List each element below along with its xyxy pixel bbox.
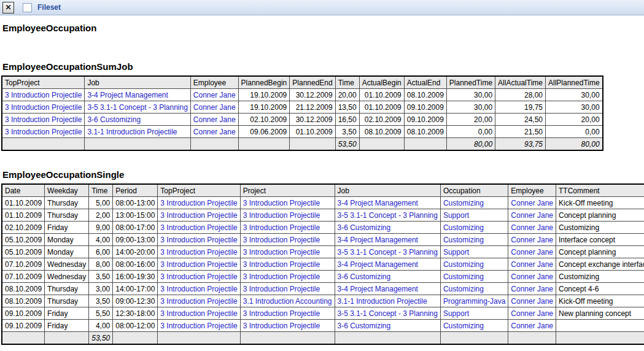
- close-button[interactable]: ✕: [2, 2, 14, 14]
- cell-topproject[interactable]: 3 Introduction Projectile: [158, 234, 240, 246]
- cell-job[interactable]: 3-6 Customizing: [335, 320, 440, 332]
- job-link[interactable]: 3-4 Project Management: [338, 285, 418, 293]
- topproject-link[interactable]: 3 Introduction Projectile: [5, 128, 82, 136]
- topproject-link[interactable]: 3 Introduction Projectile: [160, 199, 237, 207]
- project-link[interactable]: 3 Introduction Projectile: [243, 309, 320, 318]
- topproject-link[interactable]: 3 Introduction Projectile: [160, 211, 237, 220]
- topproject-link[interactable]: 3 Introduction Projectile: [160, 322, 237, 330]
- project-link[interactable]: 3 Introduction Projectile: [243, 322, 320, 330]
- cell-topproject[interactable]: 3 Introduction Projectile: [158, 307, 240, 320]
- job-link[interactable]: 3-5 3.1-1 Concept - 3 Planning: [87, 103, 187, 112]
- cell-occupation[interactable]: Customizing: [440, 283, 508, 295]
- job-link[interactable]: 3-6 Customizing: [338, 322, 391, 330]
- employee-link[interactable]: Conner Jane: [193, 103, 236, 112]
- occupation-link[interactable]: Customizing: [443, 236, 484, 244]
- employee-link[interactable]: Conner Jane: [511, 236, 553, 244]
- cell-employee[interactable]: Conner Jane: [508, 234, 556, 246]
- cell-job[interactable]: 3-5 3.1-1 Concept - 3 Planning: [335, 246, 440, 258]
- project-link[interactable]: 3 Introduction Projectile: [243, 223, 320, 232]
- project-link[interactable]: 3 Introduction Projectile: [243, 272, 320, 281]
- employee-link[interactable]: Conner Jane: [511, 322, 553, 330]
- topproject-link[interactable]: 3 Introduction Projectile: [5, 91, 82, 99]
- cell-employee[interactable]: Conner Jane: [508, 295, 556, 307]
- cell-occupation[interactable]: Support: [440, 307, 508, 320]
- cell-employee[interactable]: Conner Jane: [508, 209, 556, 222]
- employee-link[interactable]: Conner Jane: [511, 309, 553, 318]
- cell-job[interactable]: 3-4 Project Management: [335, 234, 440, 246]
- topproject-link[interactable]: 3 Introduction Projectile: [160, 272, 237, 281]
- topproject-link[interactable]: 3 Introduction Projectile: [160, 236, 237, 244]
- cell-topproject[interactable]: 3 Introduction Projectile: [158, 283, 240, 295]
- cell-topproject[interactable]: 3 Introduction Projectile: [158, 246, 240, 258]
- project-link[interactable]: 3.1 Introduction Accounting: [243, 297, 332, 306]
- job-link[interactable]: 3-5 3.1-1 Concept - 3 Planning: [338, 248, 438, 256]
- cell-job[interactable]: 3-6 Customizing: [335, 222, 440, 234]
- topproject-link[interactable]: 3 Introduction Projectile: [160, 309, 237, 318]
- topproject-link[interactable]: 3 Introduction Projectile: [160, 223, 237, 232]
- job-link[interactable]: 3-4 Project Management: [338, 260, 418, 269]
- cell-job[interactable]: 3-6 Customizing: [335, 271, 440, 283]
- cell-project[interactable]: 3 Introduction Projectile: [240, 234, 335, 246]
- job-link[interactable]: 3-5 3.1-1 Concept - 3 Planning: [338, 211, 438, 220]
- cell-topproject[interactable]: 3 Introduction Projectile: [2, 101, 85, 114]
- employee-link[interactable]: Conner Jane: [193, 128, 236, 136]
- project-link[interactable]: 3 Introduction Projectile: [243, 236, 320, 244]
- cell-job[interactable]: 3-6 Customizing: [85, 114, 190, 126]
- project-link[interactable]: 3 Introduction Projectile: [243, 285, 320, 293]
- employee-link[interactable]: Conner Jane: [511, 272, 553, 281]
- cell-topproject[interactable]: 3 Introduction Projectile: [158, 197, 240, 209]
- cell-employee[interactable]: Conner Jane: [508, 246, 556, 258]
- cell-occupation[interactable]: Customizing: [440, 320, 508, 332]
- employee-link[interactable]: Conner Jane: [511, 260, 553, 269]
- cell-project[interactable]: 3 Introduction Projectile: [240, 209, 335, 222]
- cell-project[interactable]: 3 Introduction Projectile: [240, 283, 335, 295]
- occupation-link[interactable]: Customizing: [443, 272, 484, 281]
- cell-topproject[interactable]: 3 Introduction Projectile: [158, 320, 240, 332]
- cell-occupation[interactable]: Support: [440, 209, 508, 222]
- cell-employee[interactable]: Conner Jane: [508, 258, 556, 271]
- cell-job[interactable]: 3-4 Project Management: [335, 197, 440, 209]
- job-link[interactable]: 3.1-1 Introduction Projectile: [338, 297, 427, 306]
- topproject-link[interactable]: 3 Introduction Projectile: [5, 103, 82, 112]
- cell-occupation[interactable]: Support: [440, 246, 508, 258]
- cell-employee[interactable]: Conner Jane: [508, 283, 556, 295]
- cell-job[interactable]: 3.1-1 Introduction Projectile: [335, 295, 440, 307]
- job-link[interactable]: 3-6 Customizing: [87, 115, 141, 124]
- cell-job[interactable]: 3-5 3.1-1 Concept - 3 Planning: [335, 209, 440, 222]
- employee-link[interactable]: Conner Jane: [193, 115, 236, 124]
- employee-link[interactable]: Conner Jane: [511, 297, 553, 306]
- cell-project[interactable]: 3 Introduction Projectile: [240, 307, 335, 320]
- cell-occupation[interactable]: Customizing: [440, 222, 508, 234]
- cell-project[interactable]: 3 Introduction Projectile: [240, 197, 335, 209]
- cell-topproject[interactable]: 3 Introduction Projectile: [158, 271, 240, 283]
- job-link[interactable]: 3-6 Customizing: [338, 272, 391, 281]
- project-link[interactable]: 3 Introduction Projectile: [243, 248, 320, 256]
- job-link[interactable]: 3-6 Customizing: [338, 223, 391, 232]
- occupation-link[interactable]: Programming-Java: [443, 297, 505, 306]
- employee-link[interactable]: Conner Jane: [511, 285, 553, 293]
- occupation-link[interactable]: Customizing: [443, 322, 484, 330]
- cell-project[interactable]: 3 Introduction Projectile: [240, 320, 335, 332]
- job-link[interactable]: 3-4 Project Management: [338, 236, 418, 244]
- cell-occupation[interactable]: Programming-Java: [440, 295, 508, 307]
- cell-employee[interactable]: Conner Jane: [508, 320, 556, 332]
- cell-employee[interactable]: Conner Jane: [508, 222, 556, 234]
- job-link[interactable]: 3.1-1 Introduction Projectile: [87, 128, 177, 136]
- occupation-link[interactable]: Support: [443, 309, 469, 318]
- project-link[interactable]: 3 Introduction Projectile: [243, 260, 320, 269]
- topproject-link[interactable]: 3 Introduction Projectile: [160, 248, 237, 256]
- cell-job[interactable]: 3-4 Project Management: [85, 89, 190, 101]
- cell-topproject[interactable]: 3 Introduction Projectile: [158, 209, 240, 222]
- employee-link[interactable]: Conner Jane: [511, 223, 553, 232]
- cell-project[interactable]: 3.1 Introduction Accounting: [240, 295, 335, 307]
- fileset-tab-label[interactable]: Fileset: [37, 3, 61, 12]
- cell-job[interactable]: 3-5 3.1-1 Concept - 3 Planning: [85, 101, 190, 114]
- cell-occupation[interactable]: Customizing: [440, 197, 508, 209]
- topproject-link[interactable]: 3 Introduction Projectile: [160, 285, 237, 293]
- cell-employee[interactable]: Conner Jane: [508, 271, 556, 283]
- topproject-link[interactable]: 3 Introduction Projectile: [5, 115, 82, 124]
- cell-employee[interactable]: Conner Jane: [508, 197, 556, 209]
- cell-topproject[interactable]: 3 Introduction Projectile: [2, 126, 85, 138]
- cell-employee[interactable]: Conner Jane: [190, 101, 238, 114]
- occupation-link[interactable]: Support: [443, 248, 469, 256]
